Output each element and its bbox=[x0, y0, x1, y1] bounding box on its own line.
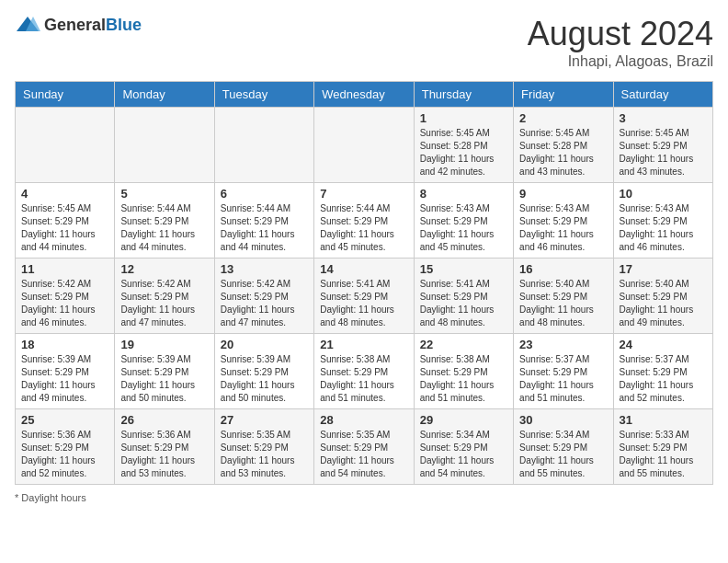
week-row-2: 4Sunrise: 5:45 AM Sunset: 5:29 PM Daylig… bbox=[16, 183, 713, 259]
day-info: Sunrise: 5:43 AM Sunset: 5:29 PM Dayligh… bbox=[420, 202, 507, 254]
calendar-cell: 11Sunrise: 5:42 AM Sunset: 5:29 PM Dayli… bbox=[16, 259, 115, 334]
day-number: 24 bbox=[620, 338, 707, 351]
calendar-table: SundayMondayTuesdayWednesdayThursdayFrid… bbox=[15, 81, 713, 485]
day-info: Sunrise: 5:34 AM Sunset: 5:29 PM Dayligh… bbox=[420, 429, 507, 480]
day-number: 23 bbox=[519, 338, 607, 351]
header-day-thursday: Thursday bbox=[414, 82, 513, 108]
week-row-4: 18Sunrise: 5:39 AM Sunset: 5:29 PM Dayli… bbox=[16, 334, 713, 409]
day-info: Sunrise: 5:45 AM Sunset: 5:29 PM Dayligh… bbox=[21, 202, 108, 254]
calendar-cell: 13Sunrise: 5:42 AM Sunset: 5:29 PM Dayli… bbox=[214, 259, 313, 334]
day-number: 22 bbox=[420, 338, 507, 351]
day-info: Sunrise: 5:45 AM Sunset: 5:28 PM Dayligh… bbox=[420, 127, 507, 178]
day-info: Sunrise: 5:40 AM Sunset: 5:29 PM Dayligh… bbox=[620, 278, 707, 329]
day-info: Sunrise: 5:35 AM Sunset: 5:29 PM Dayligh… bbox=[221, 429, 308, 480]
calendar-cell: 21Sunrise: 5:38 AM Sunset: 5:29 PM Dayli… bbox=[314, 334, 414, 409]
calendar-cell: 25Sunrise: 5:36 AM Sunset: 5:29 PM Dayli… bbox=[16, 409, 115, 485]
day-info: Sunrise: 5:44 AM Sunset: 5:29 PM Dayligh… bbox=[120, 202, 208, 254]
subtitle: Inhapi, Alagoas, Brazil bbox=[528, 53, 713, 70]
day-number: 11 bbox=[21, 262, 108, 276]
logo: GeneralBlue bbox=[15, 15, 142, 35]
calendar-cell: 31Sunrise: 5:33 AM Sunset: 5:29 PM Dayli… bbox=[613, 409, 712, 485]
day-info: Sunrise: 5:37 AM Sunset: 5:29 PM Dayligh… bbox=[519, 353, 607, 405]
logo-general: General bbox=[44, 16, 106, 34]
day-number: 18 bbox=[21, 338, 108, 351]
calendar-cell: 5Sunrise: 5:44 AM Sunset: 5:29 PM Daylig… bbox=[115, 183, 214, 259]
day-number: 1 bbox=[420, 111, 507, 125]
generalblue-logo-icon bbox=[15, 15, 40, 35]
day-number: 30 bbox=[519, 413, 607, 427]
day-number: 8 bbox=[420, 187, 507, 201]
calendar-cell: 19Sunrise: 5:39 AM Sunset: 5:29 PM Dayli… bbox=[115, 334, 214, 409]
calendar-cell: 15Sunrise: 5:41 AM Sunset: 5:29 PM Dayli… bbox=[414, 259, 513, 334]
daylight-hours-label: Daylight hours bbox=[21, 492, 85, 503]
day-number: 13 bbox=[221, 262, 308, 276]
day-info: Sunrise: 5:41 AM Sunset: 5:29 PM Dayligh… bbox=[320, 278, 407, 329]
header-day-friday: Friday bbox=[514, 82, 613, 108]
day-info: Sunrise: 5:45 AM Sunset: 5:28 PM Dayligh… bbox=[519, 127, 607, 178]
calendar-cell: 17Sunrise: 5:40 AM Sunset: 5:29 PM Dayli… bbox=[613, 259, 712, 334]
day-number: 14 bbox=[320, 262, 407, 276]
calendar-cell: 1Sunrise: 5:45 AM Sunset: 5:28 PM Daylig… bbox=[414, 108, 513, 183]
day-number: 7 bbox=[320, 187, 407, 201]
footer-note: * Daylight hours bbox=[15, 492, 713, 503]
day-number: 21 bbox=[320, 338, 407, 351]
day-info: Sunrise: 5:34 AM Sunset: 5:29 PM Dayligh… bbox=[519, 429, 607, 480]
header-day-sunday: Sunday bbox=[16, 82, 115, 108]
day-info: Sunrise: 5:44 AM Sunset: 5:29 PM Dayligh… bbox=[320, 202, 407, 254]
calendar-cell: 4Sunrise: 5:45 AM Sunset: 5:29 PM Daylig… bbox=[16, 183, 115, 259]
calendar-cell: 23Sunrise: 5:37 AM Sunset: 5:29 PM Dayli… bbox=[514, 334, 613, 409]
calendar-cell: 27Sunrise: 5:35 AM Sunset: 5:29 PM Dayli… bbox=[214, 409, 313, 485]
day-info: Sunrise: 5:37 AM Sunset: 5:29 PM Dayligh… bbox=[620, 353, 707, 405]
day-number: 17 bbox=[620, 262, 707, 276]
day-number: 29 bbox=[420, 413, 507, 427]
day-number: 10 bbox=[620, 187, 707, 201]
day-number: 28 bbox=[320, 413, 407, 427]
calendar-cell: 3Sunrise: 5:45 AM Sunset: 5:29 PM Daylig… bbox=[613, 108, 712, 183]
day-number: 20 bbox=[221, 338, 308, 351]
day-number: 6 bbox=[221, 187, 308, 201]
day-info: Sunrise: 5:42 AM Sunset: 5:29 PM Dayligh… bbox=[21, 278, 108, 329]
calendar-cell: 6Sunrise: 5:44 AM Sunset: 5:29 PM Daylig… bbox=[214, 183, 313, 259]
calendar-cell bbox=[314, 108, 414, 183]
day-info: Sunrise: 5:44 AM Sunset: 5:29 PM Dayligh… bbox=[221, 202, 308, 254]
calendar-cell bbox=[16, 108, 115, 183]
day-info: Sunrise: 5:36 AM Sunset: 5:29 PM Dayligh… bbox=[21, 429, 108, 480]
calendar-cell: 26Sunrise: 5:36 AM Sunset: 5:29 PM Dayli… bbox=[115, 409, 214, 485]
day-number: 27 bbox=[221, 413, 308, 427]
day-number: 19 bbox=[120, 338, 208, 351]
day-number: 15 bbox=[420, 262, 507, 276]
day-info: Sunrise: 5:40 AM Sunset: 5:29 PM Dayligh… bbox=[519, 278, 607, 329]
day-number: 16 bbox=[519, 262, 607, 276]
day-number: 25 bbox=[21, 413, 108, 427]
day-number: 5 bbox=[120, 187, 208, 201]
calendar-cell: 18Sunrise: 5:39 AM Sunset: 5:29 PM Dayli… bbox=[16, 334, 115, 409]
day-info: Sunrise: 5:42 AM Sunset: 5:29 PM Dayligh… bbox=[221, 278, 308, 329]
calendar-cell: 28Sunrise: 5:35 AM Sunset: 5:29 PM Dayli… bbox=[314, 409, 414, 485]
day-info: Sunrise: 5:41 AM Sunset: 5:29 PM Dayligh… bbox=[420, 278, 507, 329]
day-number: 3 bbox=[620, 111, 707, 125]
week-row-3: 11Sunrise: 5:42 AM Sunset: 5:29 PM Dayli… bbox=[16, 259, 713, 334]
day-info: Sunrise: 5:43 AM Sunset: 5:29 PM Dayligh… bbox=[620, 202, 707, 254]
day-info: Sunrise: 5:36 AM Sunset: 5:29 PM Dayligh… bbox=[120, 429, 208, 480]
day-info: Sunrise: 5:45 AM Sunset: 5:29 PM Dayligh… bbox=[620, 127, 707, 178]
logo-blue: Blue bbox=[106, 16, 142, 34]
week-row-5: 25Sunrise: 5:36 AM Sunset: 5:29 PM Dayli… bbox=[16, 409, 713, 485]
day-info: Sunrise: 5:43 AM Sunset: 5:29 PM Dayligh… bbox=[519, 202, 607, 254]
header: GeneralBlue August 2024 Inhapi, Alagoas,… bbox=[15, 15, 713, 70]
day-info: Sunrise: 5:33 AM Sunset: 5:29 PM Dayligh… bbox=[620, 429, 707, 480]
calendar-cell: 2Sunrise: 5:45 AM Sunset: 5:28 PM Daylig… bbox=[514, 108, 613, 183]
day-number: 12 bbox=[120, 262, 208, 276]
calendar-cell bbox=[214, 108, 313, 183]
calendar-cell bbox=[115, 108, 214, 183]
header-day-tuesday: Tuesday bbox=[214, 82, 313, 108]
day-number: 26 bbox=[120, 413, 208, 427]
day-info: Sunrise: 5:39 AM Sunset: 5:29 PM Dayligh… bbox=[120, 353, 208, 405]
day-number: 9 bbox=[519, 187, 607, 201]
day-number: 2 bbox=[519, 111, 607, 125]
calendar-cell: 9Sunrise: 5:43 AM Sunset: 5:29 PM Daylig… bbox=[514, 183, 613, 259]
calendar-cell: 7Sunrise: 5:44 AM Sunset: 5:29 PM Daylig… bbox=[314, 183, 414, 259]
day-info: Sunrise: 5:42 AM Sunset: 5:29 PM Dayligh… bbox=[120, 278, 208, 329]
calendar-cell: 22Sunrise: 5:38 AM Sunset: 5:29 PM Dayli… bbox=[414, 334, 513, 409]
calendar-cell: 16Sunrise: 5:40 AM Sunset: 5:29 PM Dayli… bbox=[514, 259, 613, 334]
calendar-cell: 20Sunrise: 5:39 AM Sunset: 5:29 PM Dayli… bbox=[214, 334, 313, 409]
